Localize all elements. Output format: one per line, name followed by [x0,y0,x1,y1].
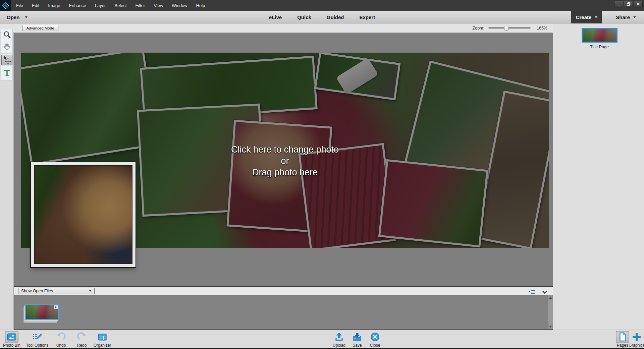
pages-icon [616,331,629,343]
organizer-label: Organizer [94,343,111,348]
photo-bin-icon [5,331,18,343]
collapse-bin-chevron-icon[interactable] [542,289,547,295]
upload-label: Upload [333,343,345,348]
create-label: Create [576,14,592,20]
upload-button[interactable]: Upload [329,331,349,348]
minimize-button[interactable] [614,1,623,7]
open-button[interactable]: Open [7,11,28,23]
photo-bin-panel [14,295,553,330]
magnifier-icon [2,30,12,40]
redo-label: Redo [77,343,87,348]
photoshop-elements-window: File Edit Image Enhance Layer Select Fil… [0,0,644,349]
menu-items: File Edit Image Enhance Layer Select Fil… [16,0,205,11]
tool-column [0,33,14,330]
app-logo-icon [0,0,11,11]
zoom-tool[interactable] [1,30,12,40]
undo-icon [54,331,68,343]
close-icon [368,331,382,343]
share-label: Share [616,14,630,20]
move-icon [2,55,12,65]
menu-select[interactable]: Select [114,3,126,8]
mode-tabs: eLive Quick Guided Expert [269,11,375,23]
canvas-area: Click here to change photo or Drag photo… [14,33,553,286]
menu-filter[interactable]: Filter [136,3,145,8]
chevron-down-icon [25,16,28,18]
tab-elive[interactable]: eLive [269,14,282,20]
close-window-button[interactable] [634,1,643,7]
scroll-down-icon[interactable] [548,325,553,329]
pages-label: Pages [617,343,628,348]
type-icon [3,68,11,77]
restore-button[interactable] [624,1,633,7]
graphics-icon [630,331,643,343]
chevron-down-icon [595,16,597,18]
graphics-button[interactable]: Graphics [628,331,644,348]
panel-menu-icon[interactable] [529,289,536,295]
active-photo-frame[interactable] [31,162,136,267]
upload-icon [332,331,346,343]
redo-button[interactable]: Redo [72,331,92,348]
zoom-slider-thumb[interactable] [504,25,509,31]
open-label: Open [7,14,19,20]
zoom-control: Zoom: 165% [473,23,547,33]
undo-label: Undo [56,343,66,348]
show-open-files-dropdown[interactable]: Show Open Files [18,288,95,294]
page-thumbnail-label: Title Page [566,45,633,49]
chevron-down-icon [633,16,636,18]
menu-edit[interactable]: Edit [32,3,39,8]
graphics-label: Graphics [629,343,644,348]
tab-guided[interactable]: Guided [327,14,344,20]
redo-icon [75,331,89,343]
photo-bin-button[interactable]: Photo Bin [1,331,22,348]
zoom-value: 165% [535,26,547,31]
menu-image[interactable]: Image [48,3,60,8]
bin-scrollbar[interactable] [548,295,553,329]
tool-options-label: Tool Options [26,343,49,348]
move-tool[interactable] [1,55,12,65]
undo-button[interactable]: Undo [51,331,71,348]
zoom-label: Zoom: [473,26,484,31]
multipage-badge-icon [53,305,58,309]
scroll-up-icon[interactable] [548,296,553,300]
close-label: Close [370,343,380,348]
hand-icon [2,42,11,51]
advanced-mode-button[interactable]: Advanced Mode [22,25,58,31]
modebar: Open eLive Quick Guided Expert Create Sh… [0,11,644,23]
menu-file[interactable]: File [16,3,23,8]
close-button[interactable]: Close [366,331,384,348]
chevron-down-icon [89,290,92,292]
tab-expert[interactable]: Expert [360,14,375,20]
tool-options-icon [31,331,44,343]
menu-view[interactable]: View [154,3,163,8]
save-label: Save [353,343,362,348]
create-button[interactable]: Create [571,11,602,23]
photo-bin-header: Show Open Files [14,286,553,295]
page-thumbnail[interactable] [582,28,618,43]
window-controls [614,1,643,7]
dropdown-value: Show Open Files [21,289,53,293]
organizer-button[interactable]: Organizer [91,331,113,348]
share-button[interactable]: Share [616,11,636,23]
open-file-thumbnail[interactable] [25,304,59,320]
menu-enhance[interactable]: Enhance [69,3,86,8]
options-bar: Advanced Mode Zoom: 165% [0,23,553,33]
hand-tool[interactable] [1,41,12,52]
save-icon [351,331,364,343]
photo-bin-label: Photo Bin [3,343,20,348]
advanced-mode-label: Advanced Mode [26,26,54,30]
pages-panel: Title Page [553,23,644,330]
tool-options-button[interactable]: Tool Options [23,331,51,348]
save-button[interactable]: Save [348,331,367,348]
tab-quick[interactable]: Quick [297,14,311,20]
menu-window[interactable]: Window [172,3,187,8]
zoom-slider[interactable] [488,27,531,29]
type-tool[interactable] [1,67,12,78]
placeholder-line-1: Click here to change photo [21,144,549,155]
organizer-icon [96,331,109,343]
menubar: File Edit Image Enhance Layer Select Fil… [0,0,644,11]
menu-help[interactable]: Help [196,3,205,8]
taskbar: Photo Bin Tool Options [0,330,644,349]
menu-layer[interactable]: Layer [95,3,106,8]
